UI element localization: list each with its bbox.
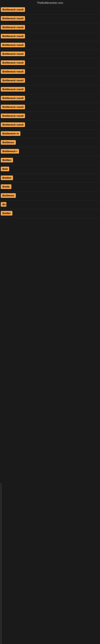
list-item: Bottleneck result bbox=[0, 59, 100, 68]
bottleneck-result-badge[interactable]: Bottlen bbox=[1, 158, 13, 162]
vertical-line bbox=[1, 483, 1, 644]
bottleneck-result-badge[interactable]: Bottleneck result bbox=[1, 43, 25, 47]
list-item: Bottlen bbox=[0, 174, 100, 183]
bottleneck-result-badge[interactable]: Bottleneck result bbox=[1, 16, 25, 21]
list-item: Bo bbox=[0, 200, 100, 209]
bottleneck-result-badge[interactable]: Bottle bbox=[1, 184, 11, 189]
bottleneck-result-badge[interactable]: Bottleneck result bbox=[1, 52, 25, 56]
site-title: TheBottlenecker.com bbox=[0, 0, 100, 6]
bottleneck-result-badge[interactable]: Bottlenec bbox=[1, 140, 16, 145]
bottleneck-result-badge[interactable]: Bottleneck result bbox=[1, 34, 25, 38]
list-item: Bottleneck result bbox=[0, 23, 100, 32]
bottleneck-result-badge[interactable]: Bott bbox=[1, 167, 9, 171]
list-item: Bottlenec bbox=[0, 192, 100, 200]
list-item: Bottleneck result bbox=[0, 50, 100, 59]
bottleneck-result-badge[interactable]: Bottleneck r bbox=[1, 149, 19, 154]
bottleneck-result-badge[interactable]: Bottleneck re bbox=[1, 131, 20, 136]
list-item: Bottlen bbox=[0, 156, 100, 165]
bottleneck-result-badge[interactable]: Bo bbox=[1, 202, 6, 207]
list-item: Bottleneck result bbox=[0, 32, 100, 41]
list-item: Bottlenec bbox=[0, 138, 100, 147]
list-item: Bottleneck r bbox=[0, 147, 100, 156]
list-item: Bottleneck result bbox=[0, 76, 100, 85]
list-item: Bottleneck result bbox=[0, 112, 100, 121]
list-item: Bottle bbox=[0, 183, 100, 192]
list-item: Bottleneck re bbox=[0, 130, 100, 138]
bottleneck-result-badge[interactable]: Bottleneck result bbox=[1, 25, 25, 30]
list-item: Bottleneck result bbox=[0, 14, 100, 23]
bottleneck-result-badge[interactable]: Bottleneck result bbox=[1, 96, 25, 100]
list-item: Bott bbox=[0, 165, 100, 174]
list-item: Bottler bbox=[0, 209, 100, 218]
list-item: Bottleneck result bbox=[0, 103, 100, 112]
list-item: Bottleneck result bbox=[0, 94, 100, 103]
list-item: Bottleneck result bbox=[0, 6, 100, 14]
list-item: Bottleneck result bbox=[0, 68, 100, 76]
bottleneck-result-badge[interactable]: Bottleneck result bbox=[1, 7, 25, 12]
bottleneck-result-badge[interactable]: Bottlen bbox=[1, 176, 13, 180]
bottleneck-result-badge[interactable]: Bottleneck result bbox=[1, 114, 25, 118]
bottleneck-result-badge[interactable]: Bottleneck result bbox=[1, 105, 25, 109]
list-item: Bottleneck result bbox=[0, 85, 100, 94]
bottleneck-result-badge[interactable]: Bottleneck result bbox=[1, 60, 25, 65]
bottleneck-result-badge[interactable]: Bottleneck result bbox=[1, 69, 25, 74]
bottleneck-result-badge[interactable]: Bottleneck result bbox=[1, 122, 25, 127]
list-item: Bottleneck result bbox=[0, 41, 100, 50]
bottleneck-result-badge[interactable]: Bottlenec bbox=[1, 193, 16, 198]
list-item: Bottleneck result bbox=[0, 121, 100, 130]
bottleneck-result-badge[interactable]: Bottler bbox=[1, 211, 12, 216]
bottleneck-result-badge[interactable]: Bottleneck result bbox=[1, 78, 25, 83]
bottleneck-result-badge[interactable]: Bottleneck result bbox=[1, 87, 25, 92]
